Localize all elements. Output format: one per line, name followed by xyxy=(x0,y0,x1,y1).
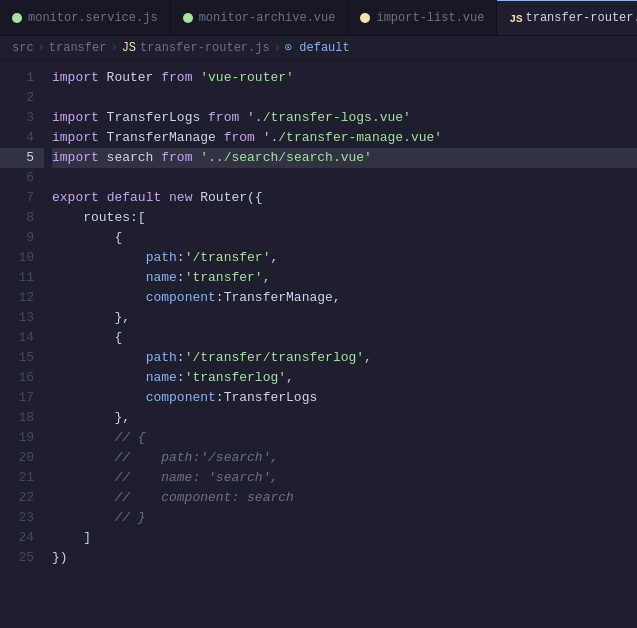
token-str: 'transferlog' xyxy=(185,368,286,388)
token-kw: import xyxy=(52,148,99,168)
token-plain xyxy=(52,268,146,288)
token-plain: :TransferManage, xyxy=(216,288,341,308)
line-number: 21 xyxy=(0,468,44,488)
breadcrumb-file: transfer-router.js xyxy=(140,41,270,55)
line-number: 2 xyxy=(0,88,44,108)
line-number: 19 xyxy=(0,428,44,448)
code-line: import search from '../search/search.vue… xyxy=(52,148,637,168)
code-line: import Router from 'vue-router' xyxy=(52,68,637,88)
line-number: 20 xyxy=(0,448,44,468)
tab-label: monitor.service.js xyxy=(28,11,158,25)
code-line: // name: 'search', xyxy=(52,468,637,488)
token-kw: export xyxy=(52,188,99,208)
line-number: 10 xyxy=(0,248,44,268)
token-plain: : xyxy=(177,248,185,268)
token-plain xyxy=(239,108,247,128)
token-kw: from xyxy=(161,148,192,168)
token-kw: default xyxy=(107,188,162,208)
token-plain xyxy=(192,68,200,88)
token-str: './transfer-logs.vue' xyxy=(247,108,411,128)
tab-label: transfer-router.js xyxy=(525,11,637,25)
line-number: 24 xyxy=(0,528,44,548)
token-plain xyxy=(52,368,146,388)
breadcrumb-transfer: transfer xyxy=(49,41,107,55)
code-line: export default new Router({ xyxy=(52,188,637,208)
token-plain xyxy=(52,348,146,368)
token-comment: // name: 'search', xyxy=(52,468,278,488)
token-plain: TransferLogs xyxy=(99,108,208,128)
token-str: 'transfer' xyxy=(185,268,263,288)
line-number: 8 xyxy=(0,208,44,228)
code-line: // { xyxy=(52,428,637,448)
line-number: 17 xyxy=(0,388,44,408)
line-number: 18 xyxy=(0,408,44,428)
code-line xyxy=(52,88,637,108)
dot-green-icon xyxy=(12,13,22,23)
code-line: { xyxy=(52,328,637,348)
token-prop: path xyxy=(146,248,177,268)
token-plain: Router({ xyxy=(192,188,262,208)
token-plain: Router xyxy=(99,68,161,88)
token-plain: : xyxy=(177,348,185,368)
token-plain: ] xyxy=(52,528,91,548)
token-kw: from xyxy=(224,128,255,148)
token-plain: { xyxy=(52,328,122,348)
token-comment: // } xyxy=(52,508,146,528)
line-number: 13 xyxy=(0,308,44,328)
line-number: 3 xyxy=(0,108,44,128)
tab-monitor-service[interactable]: monitor.service.js xyxy=(0,0,171,35)
token-plain xyxy=(192,148,200,168)
breadcrumb-symbol: ⊙ default xyxy=(285,40,350,55)
code-line: }, xyxy=(52,308,637,328)
tab-import-list[interactable]: import-list.vue xyxy=(348,0,497,35)
code-line: }, xyxy=(52,408,637,428)
code-line: import TransferLogs from './transfer-log… xyxy=(52,108,637,128)
line-number: 23 xyxy=(0,508,44,528)
code-line xyxy=(52,168,637,188)
tab-monitor-archive[interactable]: monitor-archive.vue xyxy=(171,0,349,35)
token-prop: name xyxy=(146,268,177,288)
code-line: // path:'/search', xyxy=(52,448,637,468)
line-number: 22 xyxy=(0,488,44,508)
line-number: 25 xyxy=(0,548,44,568)
line-number: 6 xyxy=(0,168,44,188)
token-plain: search xyxy=(99,148,161,168)
code-line: component:TransferLogs xyxy=(52,388,637,408)
token-kw: from xyxy=(208,108,239,128)
code-line: name:'transfer', xyxy=(52,268,637,288)
token-kw: new xyxy=(169,188,192,208)
breadcrumb-src: src xyxy=(12,41,34,55)
tab-label: import-list.vue xyxy=(376,11,484,25)
token-plain: routes:[ xyxy=(52,208,146,228)
tab-transfer-router[interactable]: JS transfer-router.js × xyxy=(497,0,637,35)
token-kw: from xyxy=(161,68,192,88)
token-plain: }) xyxy=(52,548,68,568)
code-line: component:TransferManage, xyxy=(52,288,637,308)
code-line: ] xyxy=(52,528,637,548)
token-str: 'vue-router' xyxy=(200,68,294,88)
token-plain: , xyxy=(364,348,372,368)
token-prop: name xyxy=(146,368,177,388)
token-str: './transfer-manage.vue' xyxy=(263,128,442,148)
code-line: path:'/transfer/transferlog', xyxy=(52,348,637,368)
line-number: 5 xyxy=(0,148,44,168)
token-str: '/transfer' xyxy=(185,248,271,268)
token-str: '/transfer/transferlog' xyxy=(185,348,364,368)
token-plain: , xyxy=(286,368,294,388)
token-kw: import xyxy=(52,108,99,128)
code-area: 1234567891011121314151617181920212223242… xyxy=(0,60,637,626)
token-plain: { xyxy=(52,228,122,248)
code-line: import TransferManage from './transfer-m… xyxy=(52,128,637,148)
token-plain: TransferManage xyxy=(99,128,224,148)
token-plain: }, xyxy=(52,408,130,428)
tab-bar: monitor.service.js monitor-archive.vue i… xyxy=(0,0,637,36)
code-line: { xyxy=(52,228,637,248)
line-number: 11 xyxy=(0,268,44,288)
code-line: // component: search xyxy=(52,488,637,508)
code-line: path:'/transfer', xyxy=(52,248,637,268)
token-prop: component xyxy=(146,288,216,308)
line-number: 4 xyxy=(0,128,44,148)
js-icon: JS xyxy=(509,13,519,23)
line-number: 9 xyxy=(0,228,44,248)
breadcrumb-js-icon: JS xyxy=(122,41,136,55)
